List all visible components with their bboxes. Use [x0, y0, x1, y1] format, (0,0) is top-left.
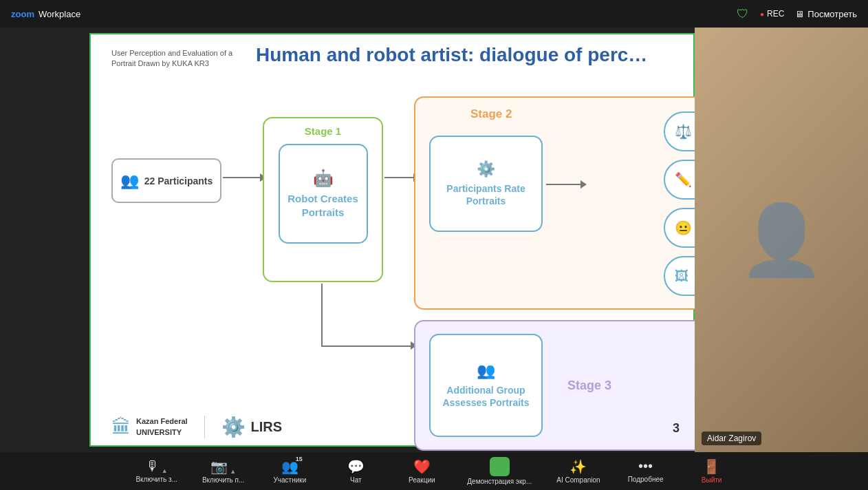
participants-icon: 👥: [120, 172, 139, 190]
view-icon: 🖥: [795, 9, 804, 19]
mute-caret: ▲: [162, 467, 168, 474]
emotions-icon: 😐: [675, 220, 692, 236]
ai-companion-button[interactable]: ✨ AI Companion: [556, 458, 600, 484]
rate-portraits-box: ⚙️ Participants Rate Portraits: [429, 136, 543, 232]
additional-box: 👥 Additional Group Assesses Portraits: [429, 334, 543, 437]
rec-dot: ●: [760, 10, 764, 18]
more-button[interactable]: ••• Подробнее: [625, 458, 666, 484]
participants-icon-btn: 👥 15: [281, 458, 299, 475]
slide-container: User Perception and Evaluation of aPortr…: [89, 33, 695, 447]
person-name-badge: Aidar Zagirov: [702, 432, 761, 445]
leave-label: Выйти: [702, 476, 722, 484]
video-person: 👤 Aidar Zagirov: [695, 28, 868, 452]
rec-label: REC: [767, 9, 784, 19]
stage3-container: 👥 Additional Group Assesses Portraits St…: [414, 320, 710, 451]
shield-icon: 🛡: [737, 7, 749, 21]
participants-count: 15: [296, 456, 303, 462]
video-label: Включить п...: [202, 476, 244, 484]
share-label: Демонстрация экр...: [467, 478, 532, 486]
logo-lirs: ⚙️ LIRS: [221, 416, 283, 438]
similarity-icon: ⚖️: [675, 123, 692, 140]
leave-button[interactable]: 🚪 Выйти: [691, 458, 733, 484]
reactions-label: Реакции: [409, 476, 435, 484]
stage3-label: Stage 3: [567, 379, 611, 393]
view-button[interactable]: 🖥 Посмотреть: [795, 9, 857, 19]
artistic-value-icon: 🖼: [675, 268, 688, 284]
chat-label: Чат: [350, 476, 362, 484]
participants-text: 22 Participants: [144, 175, 213, 187]
lirs-logo-text: LIRS: [251, 419, 283, 435]
zoom-logo-text: zoom: [11, 10, 34, 19]
video-panel: 👤 Aidar Zagirov: [695, 28, 868, 452]
video-button[interactable]: 📷 ▲ Включить п...: [202, 458, 244, 484]
video-icon: 📷: [210, 458, 228, 475]
arrow-rate-to-results: [546, 180, 587, 189]
logos-area: 🏛 Kazan FederalUNIVERSITY ⚙️ LIRS: [111, 416, 282, 438]
view-label: Посмотреть: [807, 9, 857, 19]
subtitle-text: User Perception and Evaluation of aPortr…: [111, 49, 232, 67]
diagram: 👥 22 Participants Stage 1 🤖 Robot Create…: [111, 89, 680, 404]
more-icon: •••: [638, 458, 653, 474]
logo-kazan: 🏛 Kazan FederalUNIVERSITY: [111, 416, 205, 438]
additional-icon: 👥: [477, 362, 495, 380]
rate-icon: ⚙️: [477, 160, 495, 178]
video-caret: ▲: [230, 468, 236, 475]
top-bar: zoom Workplace 🛡 ● REC 🖥 Посмотреть: [0, 0, 868, 28]
leave-icon: 🚪: [703, 458, 720, 475]
mute-label: Включить з...: [135, 476, 177, 484]
lirs-logo-icon: ⚙️: [221, 416, 246, 438]
slide-title: Human and robot artist: dialogue of perc…: [256, 44, 647, 66]
reactions-button[interactable]: ❤️ Реакции: [401, 458, 442, 484]
ai-label: AI Companion: [556, 476, 600, 484]
rate-text: Participants Rate Portraits: [431, 182, 541, 207]
mute-button[interactable]: 🎙 ▲ Включить з...: [135, 458, 177, 484]
reactions-icon: ❤️: [413, 458, 431, 475]
mute-icon: 🎙: [146, 458, 160, 474]
participants-box: 👥 22 Participants: [111, 158, 221, 203]
additional-text: Additional Group Assesses Portraits: [431, 384, 541, 409]
person-silhouette: 👤: [739, 200, 825, 281]
chat-icon: 💬: [347, 458, 365, 475]
main-area: User Perception and Evaluation of aPortr…: [0, 28, 695, 452]
stage1-container: Stage 1 🤖 Robot Creates Portraits: [263, 117, 383, 282]
arrow-participants-to-stage1: [223, 173, 266, 182]
zoom-logo-sub: Workplace: [39, 9, 80, 19]
stage2-label: Stage 2: [470, 107, 512, 121]
participants-label: Участники: [273, 476, 306, 484]
ai-icon: ✨: [569, 458, 587, 475]
share-screen-button[interactable]: ⬆ Демонстрация экр...: [467, 457, 532, 486]
slide-subtitle: User Perception and Evaluation of aPortr…: [111, 48, 232, 70]
kazan-logo-icon: 🏛: [111, 416, 131, 438]
rec-badge: ● REC: [760, 9, 784, 19]
robot-icon: 🤖: [313, 169, 334, 188]
stage1-inner-text: Robot Creates Portraits: [280, 192, 367, 219]
bottom-bar: 🎙 ▲ Включить з... 📷 ▲ Включить п... 👥 15…: [0, 452, 868, 490]
slide-inner: User Perception and Evaluation of aPortr…: [91, 34, 693, 445]
page-number: 3: [673, 421, 680, 436]
share-icon: ⬆: [490, 457, 510, 476]
person-background: 👤: [695, 28, 868, 452]
stage1-inner-box: 🤖 Robot Creates Portraits: [279, 144, 368, 244]
participants-button[interactable]: 👥 15 Участники: [269, 458, 310, 484]
chat-button[interactable]: 💬 Чат: [335, 458, 376, 484]
top-bar-right: 🛡 ● REC 🖥 Посмотреть: [737, 7, 857, 21]
zoom-logo: zoom Workplace: [11, 9, 80, 19]
aesthetics-icon: ✏️: [675, 171, 692, 188]
more-label: Подробнее: [628, 476, 664, 484]
kazan-logo-text: Kazan FederalUNIVERSITY: [136, 416, 188, 438]
stage1-label: Stage 1: [305, 125, 341, 137]
